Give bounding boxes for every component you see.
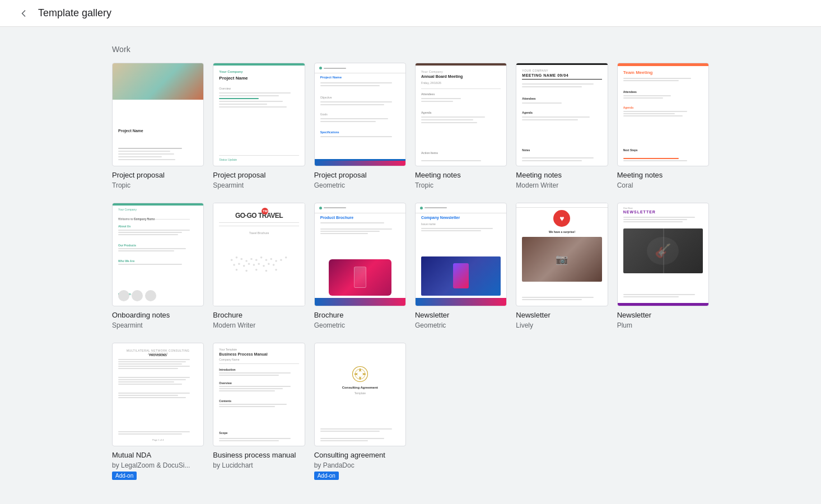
template-sub: Coral	[617, 181, 709, 189]
template-grid-row1: Project Name Project proposal Tropic	[112, 63, 709, 189]
template-name: Meeting notes	[415, 171, 507, 180]
template-name: Meeting notes	[516, 171, 608, 180]
template-sub: Geometric	[314, 321, 406, 329]
svg-point-5	[255, 259, 258, 261]
svg-point-19	[268, 263, 270, 265]
template-name: Business process manual	[213, 451, 305, 460]
template-brochure-geometric[interactable]: Product Brochure Brochure Geom	[314, 203, 406, 329]
grid-placeholder	[516, 343, 608, 480]
template-newsletter-lively[interactable]: ♥ We have a surprise! 📷 Newsletter Livel…	[516, 203, 608, 329]
svg-point-2	[241, 258, 243, 260]
back-button[interactable]	[13, 3, 34, 24]
template-name: Onboarding notes	[112, 311, 204, 320]
template-grid-row2: Your Company Welcome to Company Name Abo…	[112, 203, 709, 329]
template-name: Newsletter	[415, 311, 507, 320]
template-name: Consulting agreement	[314, 451, 406, 460]
template-onboarding-notes[interactable]: Your Company Welcome to Company Name Abo…	[112, 203, 204, 329]
svg-point-13	[238, 263, 240, 265]
template-sub: Modern Writer	[213, 321, 305, 329]
addon-badge: Add-on	[112, 472, 137, 480]
svg-point-8	[270, 258, 273, 260]
template-sub: Geometric	[314, 181, 406, 189]
section-title-work: Work	[112, 45, 709, 54]
template-mutual-nda[interactable]: MULTILATERAL NETWORK CONSULTING AGREEMEN…	[112, 343, 204, 480]
svg-point-3	[246, 260, 248, 262]
template-name: Project proposal	[112, 171, 204, 180]
svg-point-18	[263, 265, 265, 267]
svg-point-22	[246, 270, 248, 272]
template-sub: Spearmint	[213, 181, 305, 189]
template-project-proposal-tropic[interactable]: Project Name Project proposal Tropic	[112, 63, 204, 189]
template-sub: Lively	[516, 321, 608, 329]
template-sub: Tropic	[112, 181, 204, 189]
template-newsletter-geometric[interactable]: Company Newsletter Issue name Newsletter…	[415, 203, 507, 329]
svg-point-21	[236, 269, 238, 271]
page-title: Template gallery	[38, 7, 111, 19]
svg-point-16	[253, 264, 255, 266]
svg-point-14	[243, 265, 245, 267]
template-sub: Plum	[617, 321, 709, 329]
template-sub: Geometric	[415, 321, 507, 329]
template-sub: Tropic	[415, 181, 507, 189]
template-name: Meeting notes	[617, 171, 709, 180]
template-meeting-notes-coral[interactable]: Team Meeting Attendees Agenda	[617, 63, 709, 189]
template-name: Newsletter	[617, 311, 709, 320]
svg-point-15	[248, 263, 250, 265]
svg-point-9	[276, 260, 278, 262]
template-grid-row3: MULTILATERAL NETWORK CONSULTING AGREEMEN…	[112, 343, 709, 480]
template-project-proposal-geometric[interactable]: Project Name Objective Goals	[314, 63, 406, 189]
template-newsletter-plum[interactable]: One Beat NEWSLETTER 🎸	[617, 203, 709, 329]
template-brochure-modern-writer[interactable]: GO·GO TRAVEL TM Travel Brochure	[213, 203, 305, 329]
svg-point-20	[273, 264, 275, 266]
template-business-process[interactable]: Your Template Business Process Manual Co…	[213, 343, 305, 480]
svg-point-17	[258, 263, 260, 265]
template-sub: Modern Writer	[516, 181, 608, 189]
template-name: Newsletter	[516, 311, 608, 320]
svg-point-24	[265, 270, 268, 272]
template-name: Project proposal	[314, 171, 406, 180]
grid-placeholder	[617, 343, 709, 480]
template-sub: Spearmint	[112, 321, 204, 329]
template-sub: by PandaDoc	[314, 461, 406, 469]
svg-point-4	[250, 258, 253, 260]
svg-point-23	[255, 269, 258, 271]
svg-point-12	[234, 264, 236, 266]
addon-badge: Add-on	[314, 472, 339, 480]
template-sub: by Lucidchart	[213, 461, 305, 469]
svg-point-1	[236, 256, 238, 259]
main-content: Work Project Name	[0, 27, 821, 504]
svg-point-11	[285, 256, 287, 259]
template-project-proposal-spearmint[interactable]: Your Company Project Name Overview Statu…	[213, 63, 305, 189]
template-name: Brochure	[213, 311, 305, 320]
template-name: Brochure	[314, 311, 406, 320]
template-meeting-notes-modern-writer[interactable]: YOUR COMPANY MEETING NAME 09/04 Attendee…	[516, 63, 608, 189]
svg-point-7	[265, 259, 268, 261]
template-sub: by LegalZoom & DocuSi...	[112, 461, 204, 469]
template-consulting-agreement[interactable]: Consulting Agreement Template Consulting…	[314, 343, 406, 480]
page-header: Template gallery	[0, 0, 821, 27]
svg-point-0	[231, 259, 233, 261]
svg-point-6	[260, 256, 263, 259]
svg-point-25	[276, 269, 278, 271]
template-name: Project proposal	[213, 171, 305, 180]
grid-placeholder	[415, 343, 507, 480]
template-meeting-notes-tropic[interactable]: Your Company Annual Board Meeting Friday…	[415, 63, 507, 189]
template-name: Mutual NDA	[112, 451, 204, 460]
svg-point-10	[280, 259, 282, 261]
